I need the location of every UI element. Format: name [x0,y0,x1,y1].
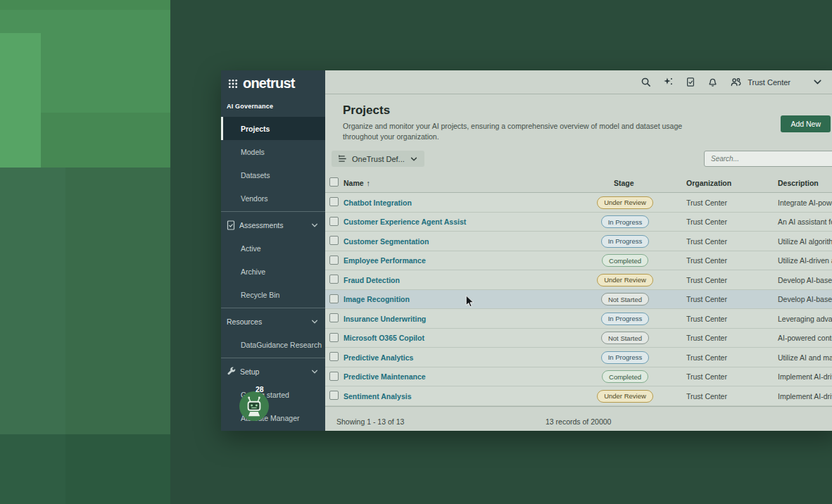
description-cell: Utilize AI and machi [777,353,832,362]
project-name-link[interactable]: Employee Performance [343,256,579,265]
sidebar-item-attribute-manager[interactable]: Attribute Manager [221,406,325,429]
column-header-description[interactable]: Description [777,179,832,187]
logo-text: onetrust [243,75,295,92]
table-row[interactable]: Image Recognition Not Started Trust Cent… [325,290,832,310]
select-all-checkbox[interactable] [329,177,339,187]
table-row[interactable]: Customer Segmentation In Progress Trust … [325,232,832,251]
row-checkbox[interactable] [329,275,339,284]
row-checkbox[interactable] [329,256,339,265]
row-checkbox[interactable] [329,352,339,361]
sidebar-divider [221,308,325,308]
table-row[interactable]: Customer Experience Agent Assist In Prog… [325,213,832,232]
description-cell: Integrate AI-powered chat [777,199,832,207]
sidebar-item-recycle-bin[interactable]: Recycle Bin [221,283,325,306]
chevron-down-icon [410,155,418,163]
project-name-link[interactable]: Microsoft O365 Copilot [343,334,579,342]
row-checkbox[interactable] [329,372,339,381]
stage-badge: Completed [602,254,648,267]
organization-cell: Trust Center [671,276,777,284]
mosaic-block [65,434,170,504]
mosaic-block [41,113,170,168]
stage-badge: Under Review [597,196,653,209]
sidebar-item-getting-started[interactable]: Getting started [221,383,325,406]
table-row[interactable]: Predictive Maintenance Completed Trust C… [325,367,832,387]
sidebar-group-label: Resources [227,317,262,326]
view-selector[interactable]: OneTrust Def... [332,151,424,167]
row-checkbox[interactable] [329,294,339,303]
search-icon[interactable] [641,77,651,87]
column-header-organization[interactable]: Organization [671,179,777,187]
sort-ascending-icon: ↑ [367,179,371,187]
add-new-button[interactable]: Add New [781,115,831,132]
notifications-bell-icon[interactable] [707,77,718,87]
table-row[interactable]: Sentiment Analysis Under Review Trust Ce… [325,386,832,406]
stage-badge: Not Started [601,332,649,344]
column-header-name[interactable]: Name ↑ [343,179,579,187]
column-header-stage[interactable]: Stage [579,179,671,187]
description-cell: Implement AI-driven [777,392,832,401]
sidebar: onetrust AI Governance ProjectsModelsDat… [221,70,325,431]
project-name-link[interactable]: Fraud Detection [343,276,579,284]
record-count: 13 records of 20000 [546,417,611,426]
sidebar-item-projects[interactable]: Projects [221,117,325,140]
row-checkbox[interactable] [329,391,339,400]
project-name-link[interactable]: Predictive Analytics [343,353,579,362]
sidebar-item-datasets[interactable]: Datasets [221,163,325,187]
chevron-down-icon [310,221,319,229]
project-name-link[interactable]: Sentiment Analysis [343,392,579,401]
org-switcher[interactable]: Trust Center [730,77,790,87]
table-footer: Showing 1 - 13 of 13 13 records of 20000 [325,406,832,431]
sidebar-item-models[interactable]: Models [221,140,325,163]
project-name-link[interactable]: Image Recognition [343,295,579,303]
row-checkbox[interactable] [329,217,339,226]
main-area: Trust Center Projects Organize and monit… [325,70,832,431]
row-checkbox[interactable] [329,197,339,206]
organization-cell: Trust Center [671,315,777,323]
sidebar-item-dataguidance-research[interactable]: DataGuidance Research [221,333,325,356]
mosaic-block [0,0,170,10]
project-name-link[interactable]: Predictive Maintenance [343,372,579,381]
sidebar-item-active[interactable]: Active [221,237,325,260]
project-name-link[interactable]: Customer Experience Agent Assist [343,218,579,226]
row-checkbox[interactable] [329,236,339,245]
organization-cell: Trust Center [671,237,777,246]
description-cell: Utilize AI algorithms [777,237,832,246]
sidebar-item-workflows[interactable]: Workflows [221,429,325,431]
row-checkbox[interactable] [329,333,339,342]
sidebar-group-assessments[interactable]: Assessments [221,213,325,237]
sidebar-section-label: AI Governance [221,96,325,117]
sidebar-nav: ProjectsModelsDatasetsVendorsAssessments… [221,117,325,431]
stage-badge: Not Started [601,293,649,305]
app-grid-icon[interactable] [228,79,238,89]
table-row[interactable]: Employee Performance Completed Trust Cen… [325,251,832,271]
project-name-link[interactable]: Insurance Underwriting [343,315,579,323]
project-name-link[interactable]: Chatbot Integration [343,199,579,207]
sidebar-item-vendors[interactable]: Vendors [221,187,325,210]
sidebar-divider [221,211,325,212]
document-check-icon[interactable] [686,77,695,87]
sidebar-group-setup[interactable]: Setup [221,360,325,383]
sidebar-group-resources[interactable]: Resources [221,310,325,333]
project-name-link[interactable]: Customer Segmentation [343,237,579,246]
row-checkbox[interactable] [329,313,339,322]
table-row[interactable]: Chatbot Integration Under Review Trust C… [325,193,832,213]
table-row[interactable]: Predictive Analytics In Progress Trust C… [325,348,832,367]
description-cell: An AI assistant for cus [777,218,832,226]
chevron-down-icon[interactable] [812,77,823,87]
sidebar-item-archive[interactable]: Archive [221,260,325,283]
description-cell: AI-powered content [777,334,832,342]
wrench-icon [227,367,236,376]
assessments-icon [227,220,235,230]
view-selector-label: OneTrust Def... [352,155,405,163]
organization-cell: Trust Center [671,334,777,342]
chevron-down-icon [310,367,319,376]
mosaic-block [0,33,41,168]
table-row[interactable]: Insurance Underwriting In Progress Trust… [325,309,832,329]
table-toolbar: OneTrust Def... [325,149,832,173]
stage-badge: In Progress [601,313,650,325]
ai-sparkles-icon[interactable] [663,77,674,87]
page-description: Organize and monitor your AI projects, e… [343,121,695,142]
search-input[interactable] [704,151,832,167]
table-row[interactable]: Fraud Detection Under Review Trust Cente… [325,270,832,290]
table-row[interactable]: Microsoft O365 Copilot Not Started Trust… [325,329,832,348]
